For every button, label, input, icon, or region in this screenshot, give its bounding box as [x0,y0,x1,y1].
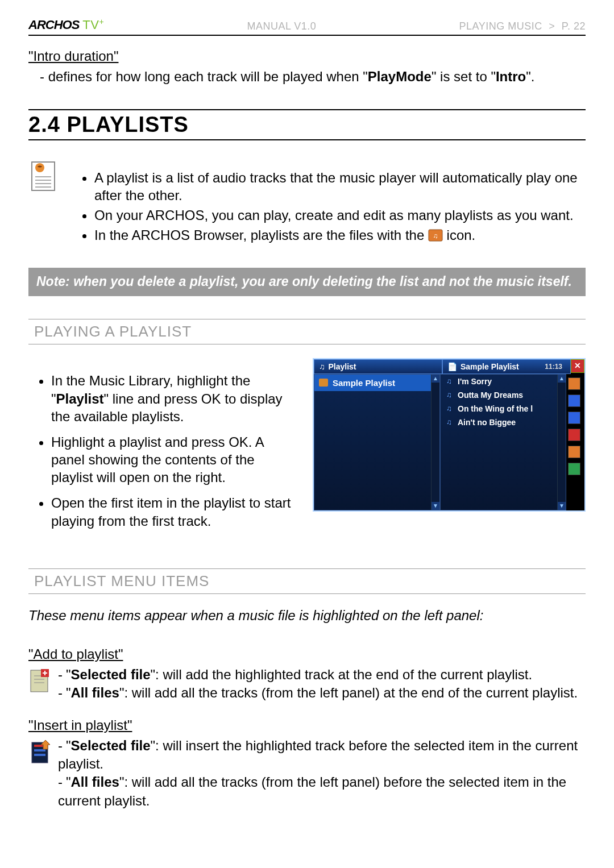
sc-track-3: On the Wing of the l [441,402,566,416]
sc-right-scrollbar: ▲▼ [557,375,566,510]
playlist-menu-intro: These menu items appear when a music fil… [28,608,586,624]
sc-track-4: Ain't no Biggee [441,416,566,429]
playing-playlist-steps: In the Music Library, highlight the "Pla… [28,372,299,538]
sc-left-panel: Sample Playlist ▲▼ [314,374,440,510]
svg-rect-16 [34,754,45,756]
insert-in-playlist-title: "Insert in playlist" [28,717,586,733]
sc-right-panel: I'm Sorry Outta My Dreams On the Wing of… [440,374,566,510]
playing-playlist-row: In the Music Library, highlight the "Pla… [28,358,586,551]
add-to-playlist-icon [28,668,52,695]
sc-left-scrollbar: ▲▼ [431,375,439,510]
arrow-down-icon: ▼ [558,502,566,510]
delete-playlist-note: Note: when you delete a playlist, you ar… [28,268,586,296]
playlist-file-icon: ♫ [428,228,443,240]
svg-point-1 [35,163,44,172]
breadcrumb-section: PLAYING MUSIC [459,20,542,32]
sc-window: ♫Playlist 📄Sample Playlist11:13 ✕ Sample… [313,358,586,512]
arrow-up-icon: ▲ [558,375,566,383]
sc-tab-right: 📄Sample Playlist11:13 [442,359,571,374]
sc-track-2: Outta My Dreams [441,388,566,402]
sidebar-icon-3 [568,412,580,424]
section-rule-top [28,109,586,110]
sc-tab-left: ♫Playlist [314,359,442,374]
intro-duration-desc: - defines for how long each track will b… [40,68,586,86]
sidebar-icon-6 [568,463,580,475]
sidebar-icon-5 [568,446,580,458]
insert-in-playlist-icon [28,739,52,766]
breadcrumb-page: P. 22 [562,20,586,32]
breadcrumb-separator: > [545,20,558,32]
arrow-up-icon: ▲ [432,375,439,383]
step-3: Open the first item in the playlist to s… [51,494,299,529]
insert-selected-file: -"Selected file": will insert the highli… [58,737,586,774]
insert-in-playlist-body: -"Selected file": will insert the highli… [58,737,586,811]
brand-logo: ARCHOS [28,18,79,32]
step-2: Highlight a playlist and press OK. A pan… [51,433,299,487]
sidebar-icon-2 [568,394,580,407]
arrow-down-icon: ▼ [432,502,439,510]
bullet-2: On your ARCHOS, you can play, create and… [94,206,586,224]
sc-tabs: ♫Playlist 📄Sample Playlist11:13 ✕ [314,359,584,374]
manual-version: MANUAL V1.0 [247,20,316,32]
insert-in-playlist-row: -"Selected file": will insert the highli… [28,737,586,811]
sc-track-1: I'm Sorry [441,375,566,388]
doc-icon: 📄 [447,362,457,371]
section-2-4-title: 2.4 PLAYLISTS [28,113,586,137]
playlist-screenshot: ♫Playlist 📄Sample Playlist11:13 ✕ Sample… [313,358,586,512]
svg-rect-15 [34,749,45,751]
add-to-playlist-title: "Add to playlist" [28,646,586,662]
sidebar-icon-1 [568,377,580,390]
header-left: ARCHOS TV+ [28,17,104,32]
sc-clock: 11:13 [545,363,562,371]
music-note-icon: ♫ [319,362,325,371]
sc-sidebar [566,374,584,510]
product-name: TV+ [82,17,104,32]
add-to-playlist-body: -"Selected file": will add the highlight… [58,666,578,703]
add-all-files: -"All files": will add all the tracks (f… [58,684,578,702]
bullet-3: In the ARCHOS Browser, playlists are the… [94,226,586,244]
svg-text:♫: ♫ [433,232,438,240]
page-header: ARCHOS TV+ MANUAL V1.0 PLAYING MUSIC > P… [28,17,586,36]
insert-all-files: -"All files": will add all the tracks (f… [58,773,586,810]
playlists-bullets: A playlist is a list of audio tracks tha… [72,169,586,247]
playing-playlist-heading: PLAYING A PLAYLIST [28,319,586,344]
sc-body: Sample Playlist ▲▼ I'm Sorry Outta My Dr… [314,374,584,510]
sc-left-item: Sample Playlist [314,375,439,391]
breadcrumb: PLAYING MUSIC > P. 22 [459,20,586,32]
intro-duration-title: "Intro duration" [28,48,586,64]
playlist-menu-heading: PLAYLIST MENU ITEMS [28,568,586,594]
add-selected-file: -"Selected file": will add the highlight… [58,666,578,684]
playlists-intro-row: A playlist is a list of audio tracks tha… [28,155,586,260]
bullet-1: A playlist is a list of audio tracks tha… [94,169,586,204]
playlist-doc-icon [28,159,60,194]
add-to-playlist-row: -"Selected file": will add the highlight… [28,666,586,703]
section-rule-bottom [28,139,586,140]
sidebar-icon-4 [568,429,580,441]
step-1: In the Music Library, highlight the "Pla… [51,372,299,425]
close-icon: ✕ [571,359,584,373]
manual-page: ARCHOS TV+ MANUAL V1.0 PLAYING MUSIC > P… [0,0,614,868]
